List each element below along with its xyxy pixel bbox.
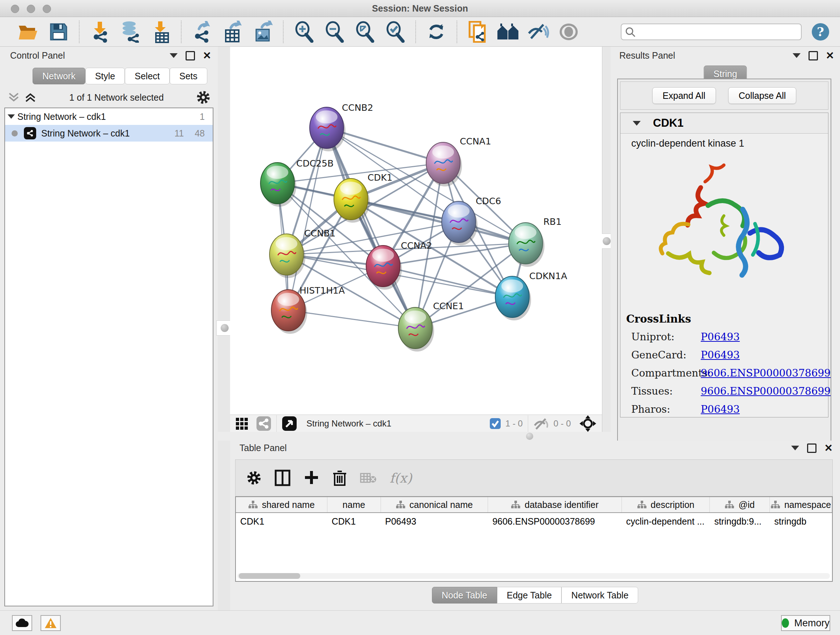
collapse-section-icon[interactable] [633,121,641,126]
panel-menu-icon[interactable] [170,53,178,58]
collapse-all-button[interactable]: Collapse All [728,87,797,104]
import-network-icon[interactable] [88,20,111,43]
network-node-hist1h1a[interactable]: HIST1H1A [271,285,345,334]
crosslink-link[interactable]: 9606.ENSP00000378699 [701,367,831,379]
table-cell[interactable]: 9606.ENSP00000378699 [488,513,622,530]
refresh-icon[interactable] [425,20,448,43]
tab-style[interactable]: Style [85,68,125,84]
memory-button[interactable]: Memory [781,615,830,631]
splitter-handle[interactable] [526,432,533,440]
network-edge[interactable] [288,310,415,328]
title-bar: Session: New Session [0,0,840,17]
cloud-button[interactable] [12,615,32,631]
panel-menu-icon[interactable] [793,53,801,58]
column-header[interactable]: @id [710,497,770,512]
table-cell[interactable]: CDK1 [236,513,327,530]
birdseye-view-icon[interactable] [282,416,297,431]
search-icon [625,27,636,38]
panel-menu-icon[interactable] [791,446,799,450]
delete-column-icon[interactable] [332,469,347,486]
horizontal-scrollbar[interactable] [237,573,830,579]
export-image-icon[interactable] [251,20,274,43]
grid-view-icon[interactable] [235,416,249,431]
float-panel-icon[interactable] [808,51,818,60]
search-input[interactable] [621,24,802,40]
tab-edge-table[interactable]: Edge Table [497,587,562,603]
crosslink-link[interactable]: P06493 [701,403,740,415]
column-type-icon [637,500,646,509]
table-cell[interactable]: cyclin-dependent ... [622,513,710,530]
open-session-icon[interactable] [17,20,40,43]
network-row-selected[interactable]: String Network – cdk1 11 48 [5,125,213,141]
table-cell[interactable]: CDK1 [327,513,381,530]
tab-select[interactable]: Select [125,68,169,84]
tab-network-table[interactable]: Network Table [561,587,638,603]
network-collection-row[interactable]: String Network – cdk1 1 [5,108,213,125]
import-database-icon[interactable] [118,20,142,43]
table-cell[interactable]: stringdb:9... [710,513,770,530]
table-settings-gear-icon[interactable] [246,470,262,486]
node-table[interactable]: shared namenamecanonical namedatabase id… [235,496,833,582]
node-label: CDC25B [296,158,333,169]
network-node-cdkn1a[interactable]: CDKN1A [495,271,567,320]
column-header[interactable]: description [622,497,710,512]
warning-button[interactable] [41,615,61,631]
crosslink-link[interactable]: 9606.ENSP00000378699 [701,385,831,397]
network-edge[interactable] [288,128,327,310]
close-panel-icon[interactable]: ✕ [203,52,211,59]
network-node-ccne1[interactable]: CCNE1 [398,301,464,352]
clone-network-icon[interactable] [466,20,489,43]
scrollbar-thumb[interactable] [239,573,300,579]
warning-icon [44,618,57,629]
expand-all-button[interactable]: Expand All [652,87,716,104]
crosslink-link[interactable]: P06493 [701,349,740,361]
table-row[interactable]: CDK1CDK1P064939606.ENSP00000378699cyclin… [236,513,832,530]
collapse-all-icon[interactable] [7,91,20,103]
tab-sets[interactable]: Sets [170,68,207,84]
crosslink-link[interactable]: P06493 [701,331,740,343]
help-button[interactable]: ? [812,23,829,41]
gear-icon[interactable] [196,90,210,105]
float-panel-icon[interactable] [186,51,195,60]
add-column-icon[interactable] [303,470,319,486]
table-cell[interactable]: P06493 [381,513,488,530]
show-icon[interactable] [557,20,580,43]
import-table-icon[interactable] [149,20,172,43]
export-network-icon[interactable] [190,20,213,43]
save-session-icon[interactable] [47,20,70,43]
home-icon[interactable] [496,20,519,43]
column-header[interactable]: namespace [770,497,832,512]
crosslink-label: Tissues: [631,385,701,397]
network-view-icon[interactable] [256,416,271,431]
expand-all-icon[interactable] [24,91,37,103]
export-table-icon[interactable] [221,20,244,43]
network-node-ccna2[interactable]: CCNA2 [366,241,432,290]
network-canvas[interactable]: CCNB2CCNA1CDC25BCDK1CDC6RB1CCNB1CCNA2CDK… [230,47,602,415]
column-type-icon [511,500,520,509]
network-edge[interactable] [327,128,415,328]
column-header[interactable]: name [327,497,381,512]
table-cell[interactable]: stringdb [770,513,832,530]
float-panel-icon[interactable] [807,443,816,453]
selected-checkbox-icon[interactable] [489,418,501,429]
network-node-cdc6[interactable]: CDC6 [442,196,501,245]
zoom-selected-icon[interactable] [384,20,407,43]
fit-content-icon[interactable] [579,415,596,432]
hide-icon[interactable] [527,20,550,43]
column-header[interactable]: canonical name [381,497,488,512]
network-node-ccnb2[interactable]: CCNB2 [309,103,373,151]
tab-node-table[interactable]: Node Table [432,587,497,603]
tab-network[interactable]: Network [33,68,85,84]
zoom-in-icon[interactable] [292,20,316,43]
close-panel-icon[interactable]: ✕ [824,445,833,452]
gene-description: cyclin-dependent kinase 1 [621,134,828,149]
column-header[interactable]: shared name [236,497,327,512]
show-columns-icon[interactable] [275,470,291,486]
zoom-fit-icon[interactable] [353,20,376,43]
zoom-out-icon[interactable] [323,20,346,43]
close-panel-icon[interactable]: ✕ [826,52,834,59]
table-panel-title: Table Panel [240,443,287,453]
network-node-rb1[interactable]: RB1 [508,217,561,267]
column-header[interactable]: database identifier [488,497,622,512]
network-collection-label: String Network – cdk1 [17,111,106,122]
